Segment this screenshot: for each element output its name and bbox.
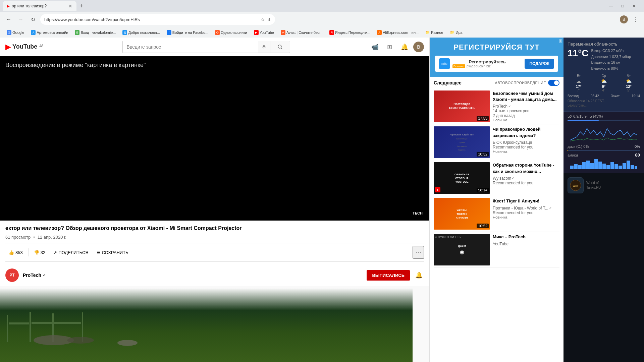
card-date: Recommended for you [493, 145, 559, 149]
extensions-icon[interactable]: ↯ [267, 17, 271, 22]
channel-avatar[interactable]: PT [5, 268, 19, 282]
recommendation-card-3[interactable]: ЖЕСТЬ!TIGER IIАПНУЛИ! 10:52 Жест! Tiger … [434, 196, 559, 232]
ram-stats: БУ 6.9/15.9 ГБ (43%) диск (C:) 0% 0% [564, 112, 644, 173]
back-button[interactable]: ← [4, 15, 13, 24]
bookmark-label: AliExpress.com - ин... [383, 31, 419, 35]
update-text: Обновлено 14:26 EEST. [568, 99, 640, 103]
bookmark-label: Вход - vovakolomie... [80, 31, 116, 35]
tab-close-button[interactable]: ✕ [68, 3, 72, 9]
weather-details: Ветер ССЗ 27 мб/ч Давление 1 023,7 мбар … [591, 48, 631, 71]
maximize-button[interactable]: □ [618, 1, 627, 11]
active-tab[interactable]: ▶ ор или телевизор? ✕ [3, 1, 76, 11]
yt-logo[interactable]: ▶ YouTube UA [5, 43, 43, 51]
folder-label: Разное [431, 31, 443, 35]
recommendation-card-2[interactable]: ОБРАТНАЯСТОРОНАYOUTUBE ▶ 58:14 Обратная … [434, 160, 559, 196]
thumb-text: НастоящаяБЕЗОПАСНОСТЬ [448, 101, 476, 111]
action-divider [28, 248, 29, 256]
bookmark-favicon: A [281, 30, 285, 35]
view-count: 61 просмотр [5, 235, 31, 240]
channel-watermark: TECH [410, 210, 425, 217]
bookmark-artemovsk[interactable]: А Артемовск онлайн [28, 29, 71, 36]
bookmarks-bar: G Google А Артемовск онлайн В Вход - vov… [0, 27, 644, 38]
recommendation-card-0[interactable]: НастоящаяБЕЗОПАСНОСТЬ 17:53 Безопаснее ч… [434, 88, 559, 124]
bookmark-folder-raznoe[interactable]: 📁 Разное [423, 29, 446, 35]
recommendation-card-4[interactable]: Джем◉ А НУЖЕН ЛИ ТЕБ Микс – ProTech YouT… [434, 232, 559, 268]
svg-rect-10 [594, 159, 598, 169]
thumb-text: Афінська Серія ТулКонституціяПраваАвтома… [448, 131, 476, 153]
game-icon-row: WoT World of Tanks.RU [568, 177, 601, 193]
video-title: ектор или телевизор? Обзор дешевого прое… [5, 225, 424, 232]
tab-favicon: ▶ [7, 4, 10, 8]
ad-detail[interactable]: edu Регистрируйтесь Реклама pw2.educoin.… [435, 56, 558, 72]
profile-button[interactable]: В [619, 15, 629, 24]
bookmark-folder-ira[interactable]: 📁 Ира [447, 29, 465, 35]
minimize-button[interactable]: — [606, 1, 616, 11]
user-avatar-button[interactable]: В [413, 42, 424, 52]
svg-text:WoT: WoT [573, 184, 578, 187]
forecast-day-1: Ср ⛅ 9° 4° [593, 74, 615, 92]
like-button[interactable]: 👍 853 [5, 248, 26, 257]
recommendation-card-1[interactable]: Афінська Серія ТулКонституціяПраваАвтома… [434, 124, 559, 160]
dislike-button[interactable]: 👎 32 [31, 248, 49, 257]
autoplay-toggle[interactable] [548, 80, 559, 86]
game-icon[interactable]: WoT [568, 177, 584, 193]
svg-rect-11 [598, 162, 602, 169]
star-icon[interactable]: ☆ [261, 17, 265, 22]
cpu-chart-section [568, 124, 640, 144]
yt-search-button[interactable] [270, 41, 290, 53]
svg-rect-9 [590, 163, 594, 169]
card-views: 14 тыс. просмотров [493, 109, 559, 113]
save-button[interactable]: ☰ СОХРАНИТЬ [93, 248, 132, 257]
svg-rect-0 [263, 45, 265, 47]
yt-search-input[interactable] [122, 41, 258, 53]
bookmark-label: Яндекс.Переводчи... [335, 31, 370, 35]
yt-search-voice-button[interactable] [258, 41, 270, 53]
notifications-button[interactable]: 🔔 [398, 41, 411, 53]
forecast-lo: 7° [568, 88, 590, 92]
bookmark-yandex[interactable]: Я Яндекс.Переводчи... [327, 29, 373, 36]
ad-cta-button[interactable]: ПОДАРОК [525, 59, 554, 69]
bookmark-label: Войдите на Facebo... [172, 31, 208, 35]
forecast-hi: 9° [593, 84, 615, 88]
bookmark-favicon: Я [329, 30, 334, 35]
forecast-day-2: Чт ⛅ 12° 5° [618, 74, 640, 92]
video-card-info: Обратная сторона YouTube - как и сколько… [493, 162, 559, 194]
apps-button[interactable]: ⊞ [384, 41, 396, 53]
bookmark-ok[interactable]: О Одноклассники [212, 29, 250, 36]
yt-play-icon: ▶ [435, 187, 440, 192]
bookmark-avast[interactable]: A Avast | Скачате бес... [278, 29, 325, 36]
game-label: World of Tanks.RU [586, 181, 601, 190]
yt-logo-suffix: UA [39, 44, 43, 48]
notification-bell-button[interactable]: 🔔 [414, 270, 424, 280]
bookmark-aliexpress[interactable]: A AliExpress.com - ин... [374, 29, 421, 36]
video-thumbnail: ЖЕСТЬ!TIGER IIАПНУЛИ! 10:52 [434, 198, 490, 230]
ad-banner[interactable]: i РЕГИСТРИРУЙСЯ ТУТ edu Регистрируйтесь … [430, 38, 564, 77]
reload-button[interactable]: ↻ [28, 15, 38, 24]
folder-label: Ира [455, 31, 462, 35]
menu-button[interactable]: ⋮ [631, 15, 640, 24]
verified-icon: ✓ [508, 105, 511, 108]
subscribe-button[interactable]: ВЫПИСАЛИСЬ [367, 270, 410, 281]
video-player[interactable]: Воспроизведение в режиме "картинка в кар… [0, 56, 429, 221]
bookmark-google[interactable]: G Google [4, 29, 27, 36]
share-button[interactable]: ↗ ПОДЕЛИТЬСЯ [50, 248, 92, 257]
svg-rect-4 [570, 166, 574, 169]
close-button[interactable]: ✕ [629, 1, 639, 11]
sunset-time: 19:14 [632, 94, 640, 98]
forecast-lo: 5° [618, 88, 640, 92]
new-tab-button[interactable]: + [78, 3, 86, 10]
create-video-button[interactable]: 📹 [369, 41, 381, 53]
bookmark-facebook[interactable]: f Войдите на Facebo... [164, 29, 211, 36]
video-duration: 10:32 [477, 152, 489, 157]
forecast-day-0: Вт ☁ 17° 7° [568, 74, 590, 92]
verified-icon: ✓ [512, 176, 515, 180]
bookmark-dobro[interactable]: Д Добро пожалова... [120, 29, 162, 36]
bookmark-vход[interactable]: В Вход - vovakolomie... [72, 29, 118, 36]
address-bar[interactable]: https://www.youtube.com/watch?v=pxo5opmH… [40, 14, 275, 25]
bookmark-youtube[interactable]: ▶ YouTube [251, 29, 277, 36]
autoplay-controls: АВТОВОСПРОИЗВЕДЕНИЕ [495, 80, 559, 86]
ram-label: БУ 6.9/15.9 ГБ (43%) [568, 114, 603, 118]
folder-icon: 📁 [425, 30, 430, 35]
forward-button[interactable]: → [16, 15, 25, 24]
more-actions-button[interactable]: ⋯ [413, 246, 424, 259]
